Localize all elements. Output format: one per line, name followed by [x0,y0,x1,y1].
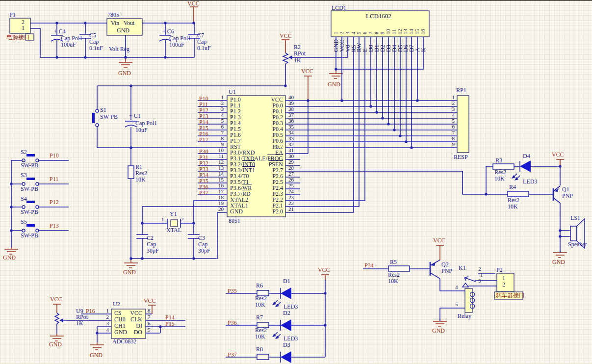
rp1-pinnum-7: 7 [452,130,455,136]
u1-val: 8051 [229,218,240,224]
u2-pinnum-5: 5 [148,327,151,333]
lcd-pinnum-8: 8 [374,32,380,35]
c2-des: C2 [147,235,154,241]
y1-pin1: 1 [161,217,164,223]
gnd-xtal: GND [123,269,136,276]
u1-pinnum-1: 1 [221,95,224,101]
vcc-d4: VCC [552,152,564,158]
r4-des: R4 [509,184,516,190]
k1-n1: 1 [480,272,483,278]
u1-pinnum-35: 35 [288,124,294,130]
r4-val: Res2 [508,197,519,204]
gnd-vreg: GND [118,70,131,77]
u2-pinname-CH1: CH1 [114,323,126,329]
u1-pinnum-39: 39 [288,101,294,106]
u1-pinname-20: GND [230,208,243,215]
c5-val: Cap [89,39,99,45]
c5-des: C5 [89,32,96,39]
lcd-pinnum-3: 3 [345,32,351,35]
u1-pinnum-9: 9 [221,142,224,148]
p2-pin1: 1 [502,275,505,282]
u1-pinnum-12: 12 [218,159,224,165]
net-p35: P35 [228,288,237,294]
net-p16: P16 [86,308,95,314]
k1-n4: 4 [455,285,458,290]
schematic-labels: P121电源接口7805VinVoutGNDVolt Reg+ C4Cap Po… [0,0,592,364]
k1-n3: 3 [478,278,481,284]
u1-pinnum-3: 3 [221,106,224,112]
vcc-r2: VCC [280,33,292,39]
vreg-vin: Vin [111,20,119,26]
rp1-val: RESP [454,154,468,160]
vreg-des: 7805 [107,12,119,18]
lcd-pinnum-16: 16 [420,29,426,34]
d1-des: D1 [283,278,290,285]
relay-val: Relay [458,313,471,319]
u9-val: RPot [76,314,88,320]
vreg-vout: Vout [124,20,134,26]
y1-des: Y1 [170,211,177,217]
k1-des: K1 [459,265,466,271]
u1-pinnum-19: 19 [218,201,224,207]
q1-des: Q1 [562,186,569,193]
u2-pinnum-1: 1 [106,308,109,314]
u1-pinname-21: P2.0 [272,208,283,215]
s5-des: S5 [21,219,27,225]
d4-des: D4 [523,153,530,159]
net-p14: P14 [165,314,175,321]
k1-n2: 2 [478,266,481,272]
u1-pinnum-22: 22 [288,201,294,207]
u1-net-P37: P37 [199,190,208,196]
u2-pinnum-6: 6 [148,321,151,327]
p2-pin2: 2 [502,282,505,288]
gnd-lcd: GND [328,81,340,88]
vreg-val: Volt Reg [109,46,129,52]
net-p34: P34 [364,262,374,269]
u2-pinname-CS: CS [114,310,122,316]
c5-val2: 0.1uF [89,45,103,52]
r2-val2: 1K [294,57,301,64]
u1-pinnum-6: 6 [221,124,224,130]
vcc-mid: VCC [301,68,313,75]
u2-pinnum-8: 8 [148,308,151,314]
u1-pinnum-37: 37 [288,112,294,118]
net-p13: P13 [50,223,59,229]
u2-pinnum-7: 7 [148,314,151,320]
u1-pinnum-36: 36 [288,118,294,124]
r5-des: R5 [390,259,397,265]
r7-val2: 10K [255,334,265,340]
rp1-pinnum-5: 5 [452,118,455,124]
u1-pinnum-27: 27 [288,171,294,177]
net-p12: P12 [50,199,59,206]
r5-val2: 10K [388,278,398,285]
s4-des: S4 [21,196,27,202]
u1-pinnum-20: 20 [218,207,224,212]
u1-pinnum-14: 14 [218,171,224,177]
u1-pinnum-15: 15 [218,177,224,183]
p1-pin1: 1 [22,25,25,31]
s5-val: SW-PB [21,233,38,239]
gnd-u2: GND [90,352,103,359]
u2-pinnum-3: 3 [106,321,109,327]
q1-val: PNP [562,193,573,199]
u1-pinnum-26: 26 [288,177,294,183]
d3-des: D3 [283,342,290,348]
gnd-relay: GND [432,328,445,334]
u1-pinnum-40: 40 [288,95,294,101]
c4-des: + C4 [54,28,66,35]
y1-val: XTAL [166,227,181,234]
u1-pinnum-34: 34 [288,130,294,136]
r6-des: R6 [256,283,263,289]
r6-val2: 10K [255,302,265,308]
rp1-pinnum-4: 4 [452,112,455,118]
s4-val: SW-PB [21,209,38,215]
lcd-pinnum-1: 1 [333,32,339,35]
net-p36: P36 [228,320,237,326]
u2-pinname-VCC: VCC [130,310,142,316]
gnd-sw: GND [3,255,16,261]
s1-des: S1 [100,107,106,113]
u1-pinnum-25: 25 [288,183,294,189]
p2-des: P2 [496,267,503,273]
u1-pinnum-4: 4 [221,112,224,118]
net-p11: P11 [50,176,58,182]
